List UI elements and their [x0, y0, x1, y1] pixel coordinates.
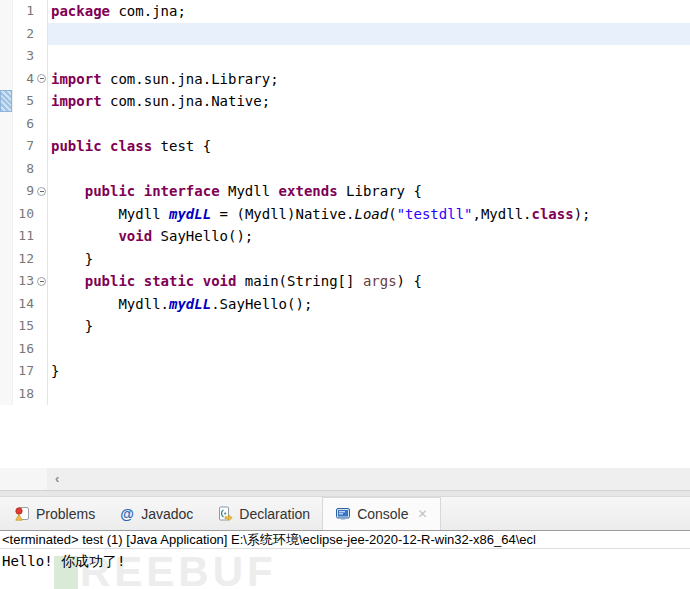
fold-column: [36, 360, 47, 383]
line-number: 13: [13, 270, 36, 293]
code-line[interactable]: 11 void SayHello();: [0, 225, 690, 248]
tab-label: Problems: [36, 506, 95, 522]
line-number: 18: [13, 383, 36, 406]
code-line[interactable]: 14 Mydll.mydLL.SayHello();: [0, 293, 690, 316]
code-line[interactable]: 13 public static void main(String[] args…: [0, 270, 690, 293]
collapse-icon[interactable]: [37, 277, 46, 286]
console-view: <terminated> test (1) [Java Application]…: [0, 530, 690, 589]
occurrence-marker-icon: [0, 90, 12, 112]
fold-column: [36, 203, 47, 226]
annotation-ruler: [0, 203, 13, 226]
fold-column: [36, 338, 47, 361]
declaration-icon: [217, 506, 233, 522]
tab-label: Javadoc: [141, 506, 193, 522]
line-number: 14: [13, 293, 36, 316]
annotation-ruler: [0, 135, 13, 158]
line-number: 4: [13, 68, 36, 91]
collapse-icon[interactable]: [37, 187, 46, 196]
scroll-left-icon[interactable]: ‹: [55, 468, 59, 490]
tab-label: Declaration: [239, 506, 310, 522]
code-text[interactable]: import com.sun.jna.Library;: [47, 68, 690, 91]
code-line[interactable]: 16: [0, 338, 690, 361]
annotation-ruler: [0, 158, 13, 181]
annotation-ruler: [0, 248, 13, 271]
line-number: 5: [13, 90, 36, 113]
code-editor[interactable]: 1package com.jna;234import com.sun.jna.L…: [0, 0, 690, 468]
code-text[interactable]: public interface Mydll extends Library {: [47, 180, 690, 203]
annotation-ruler: [0, 113, 13, 136]
code-text[interactable]: }: [47, 248, 690, 271]
code-text[interactable]: import com.sun.jna.Native;: [47, 90, 690, 113]
fold-column: [36, 45, 47, 68]
code-text[interactable]: [47, 338, 690, 361]
line-number: 16: [13, 338, 36, 361]
code-line[interactable]: 3: [0, 45, 690, 68]
annotation-ruler: [0, 338, 13, 361]
javadoc-icon: @: [119, 506, 135, 522]
code-text[interactable]: Mydll.mydLL.SayHello();: [47, 293, 690, 316]
annotation-ruler: [0, 383, 13, 406]
fold-column: [36, 113, 47, 136]
editor-horizontal-scrollbar[interactable]: ‹: [0, 468, 690, 490]
line-number: 17: [13, 360, 36, 383]
code-text[interactable]: Mydll mydLL = (Mydll)Native.Load("testdl…: [47, 203, 690, 226]
tab-label: Console: [357, 506, 408, 522]
code-text[interactable]: }: [47, 315, 690, 338]
fold-column: [36, 158, 47, 181]
line-number: 10: [13, 203, 36, 226]
annotation-ruler: [0, 0, 13, 23]
code-text[interactable]: [47, 113, 690, 136]
code-line[interactable]: 15 }: [0, 315, 690, 338]
code-text[interactable]: [47, 383, 690, 406]
close-tab-icon[interactable]: ✕: [418, 507, 428, 521]
line-number: 1: [13, 0, 36, 23]
code-line[interactable]: 12 }: [0, 248, 690, 271]
console-status-line: <terminated> test (1) [Java Application]…: [0, 530, 690, 549]
annotation-ruler: [0, 270, 13, 293]
fold-column: [36, 90, 47, 113]
console-output-area[interactable]: REEBUF Hello! 你成功了!: [0, 549, 690, 589]
code-line[interactable]: 8: [0, 158, 690, 181]
annotation-ruler: [0, 180, 13, 203]
line-number: 9: [13, 180, 36, 203]
tab-console[interactable]: Console✕: [322, 497, 440, 530]
code-text[interactable]: void SayHello();: [47, 225, 690, 248]
fold-column: [36, 225, 47, 248]
code-line[interactable]: 10 Mydll mydLL = (Mydll)Native.Load("tes…: [0, 203, 690, 226]
code-text[interactable]: public class test {: [47, 135, 690, 158]
line-number: 6: [13, 113, 36, 136]
code-text[interactable]: [47, 23, 690, 46]
code-line[interactable]: 18: [0, 383, 690, 406]
code-text[interactable]: [47, 158, 690, 181]
fold-column: [36, 315, 47, 338]
code-text[interactable]: package com.jna;: [47, 0, 690, 23]
collapse-icon[interactable]: [37, 74, 46, 83]
line-number: 15: [13, 315, 36, 338]
tab-declaration[interactable]: Declaration: [205, 497, 322, 530]
tab-problems[interactable]: Problems: [2, 497, 107, 530]
tab-javadoc[interactable]: @Javadoc: [107, 497, 205, 530]
line-number: 8: [13, 158, 36, 181]
code-line[interactable]: 7public class test {: [0, 135, 690, 158]
code-line[interactable]: 6: [0, 113, 690, 136]
code-line[interactable]: 4import com.sun.jna.Library;: [0, 68, 690, 91]
code-line[interactable]: 5import com.sun.jna.Native;: [0, 90, 690, 113]
line-number: 3: [13, 45, 36, 68]
fold-column: [36, 0, 47, 23]
code-text[interactable]: [47, 45, 690, 68]
code-text[interactable]: public static void main(String[] args) {: [47, 270, 690, 293]
code-line[interactable]: 17}: [0, 360, 690, 383]
code-line[interactable]: 9 public interface Mydll extends Library…: [0, 180, 690, 203]
fold-column: [36, 248, 47, 271]
code-text[interactable]: }: [47, 360, 690, 383]
code-line[interactable]: 2: [0, 23, 690, 46]
fold-column: [36, 23, 47, 46]
fold-column: [36, 135, 47, 158]
line-number: 2: [13, 23, 36, 46]
annotation-ruler: [0, 315, 13, 338]
code-line[interactable]: 1package com.jna;: [0, 0, 690, 23]
fold-column: [36, 68, 47, 91]
line-number: 12: [13, 248, 36, 271]
fold-column: [36, 293, 47, 316]
annotation-ruler: [0, 45, 13, 68]
